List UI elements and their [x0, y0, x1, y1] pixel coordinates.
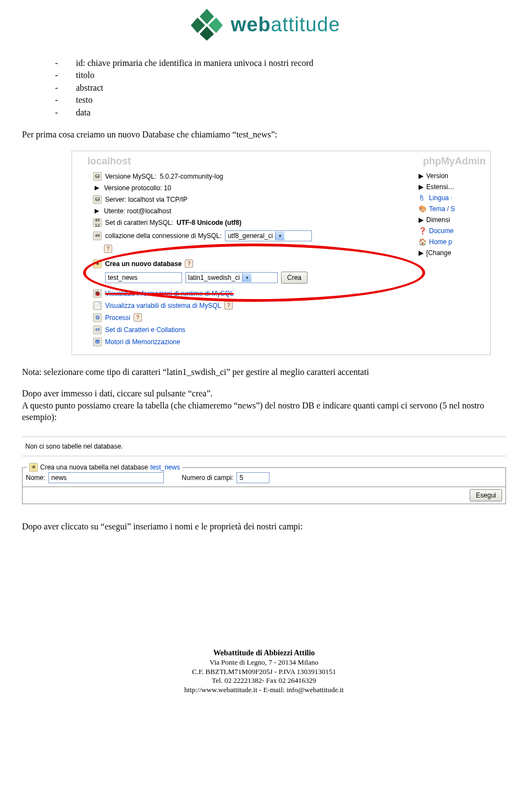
- svg-marker-0: [200, 9, 214, 24]
- theme-icon: 🎨: [419, 205, 426, 213]
- db-collation-select[interactable]: latin1_swedish_ci▾: [185, 272, 278, 283]
- paragraph-intro: Per prima cosa creiamo un nuovo Database…: [22, 129, 506, 141]
- charset-icon: 4fl12: [93, 218, 102, 227]
- new-table-icon: ✳: [29, 463, 38, 472]
- engines-link[interactable]: Motori di Memorizzazione: [105, 338, 180, 346]
- vars-icon: 📄: [93, 301, 102, 310]
- no-tables-message: Non ci sono tabelle nel database.: [22, 437, 506, 456]
- new-db-icon: ✳: [93, 259, 102, 268]
- vars-link[interactable]: Visualizza variabili di sistema di MySQL: [105, 302, 221, 310]
- create-db-title: Crea un nuovo database: [105, 260, 182, 268]
- name-label: Nome:: [26, 474, 45, 482]
- note-paragraph: Nota: selezionare come tipo di caratteri…: [22, 366, 506, 378]
- server-icon: ⛁: [93, 172, 102, 181]
- db-name-input[interactable]: test_news: [105, 272, 182, 283]
- help-icon[interactable]: ?: [134, 313, 142, 322]
- page-footer: Webattitude di Abbiezzi Attilio Via Pont…: [0, 648, 528, 712]
- closing-paragraph: Dopo aver cliccato su “esegui” inseriamo…: [22, 521, 506, 533]
- help-icon[interactable]: ?: [185, 259, 193, 268]
- arrow-icon: ▶: [419, 183, 424, 191]
- charsets-link[interactable]: Set di Caratteri e Collations: [105, 326, 185, 334]
- home-icon: 🏠: [419, 238, 426, 246]
- help-icon[interactable]: ?: [104, 245, 112, 253]
- field-list: -id: chiave primaria che identifica in m…: [55, 57, 506, 119]
- fields-count-input[interactable]: 5: [237, 472, 270, 483]
- breadcrumb-host: localhost: [87, 156, 131, 167]
- processes-link[interactable]: Processi: [105, 314, 130, 322]
- create-button[interactable]: Crea: [281, 272, 307, 284]
- list-item: id: chiave primaria che identifica in ma…: [76, 57, 314, 69]
- execute-button[interactable]: Esegui: [470, 489, 502, 501]
- instruction-paragraph: Dopo aver immesso i dati, ciccare sul pu…: [22, 388, 506, 423]
- create-table-fieldset: ✳ Crea una nuova tabella nel database te…: [22, 467, 506, 487]
- arrow-icon: ▶: [93, 184, 101, 192]
- lang-icon: 🖁: [419, 194, 426, 202]
- table-name-input[interactable]: news: [48, 472, 164, 483]
- help-icon[interactable]: ?: [224, 301, 233, 310]
- arrow-icon: ▶: [419, 216, 424, 224]
- list-item: abstract: [76, 82, 103, 94]
- charset-icon: 4fl: [93, 325, 102, 334]
- collation-select[interactable]: utf8_general_ci▾: [225, 230, 312, 241]
- header-logo: webattitude: [22, 0, 506, 57]
- list-item: data: [76, 107, 91, 119]
- db-name-link[interactable]: test_news: [150, 463, 180, 471]
- create-table-screenshot: Non ci sono tabelle nel database. ✳ Crea…: [22, 437, 506, 504]
- logo-text: webattitude: [230, 13, 340, 36]
- arrow-icon: ▶: [419, 249, 424, 257]
- engines-icon: ⛃: [93, 338, 102, 346]
- docs-icon: ❓: [419, 227, 426, 235]
- charset-icon: 4fl: [93, 231, 102, 240]
- logo-icon: [188, 5, 226, 44]
- list-item: testo: [76, 94, 92, 106]
- status-icon: 🐞: [93, 289, 102, 298]
- arrow-icon: ▶: [93, 207, 101, 215]
- arrow-icon: ▶: [419, 172, 424, 180]
- breadcrumb-app: phpMyAdmin: [423, 156, 486, 167]
- phpmyadmin-screenshot: localhost phpMyAdmin ⛁Versione MySQL: 5.…: [72, 151, 491, 355]
- server-icon: ⛁: [93, 195, 102, 204]
- list-item: titolo: [76, 69, 95, 81]
- process-icon: ⚙: [93, 313, 102, 322]
- runtime-link[interactable]: Visualizza informazioni di runtime di My…: [105, 290, 234, 297]
- fields-label: Numero di campi:: [182, 474, 233, 482]
